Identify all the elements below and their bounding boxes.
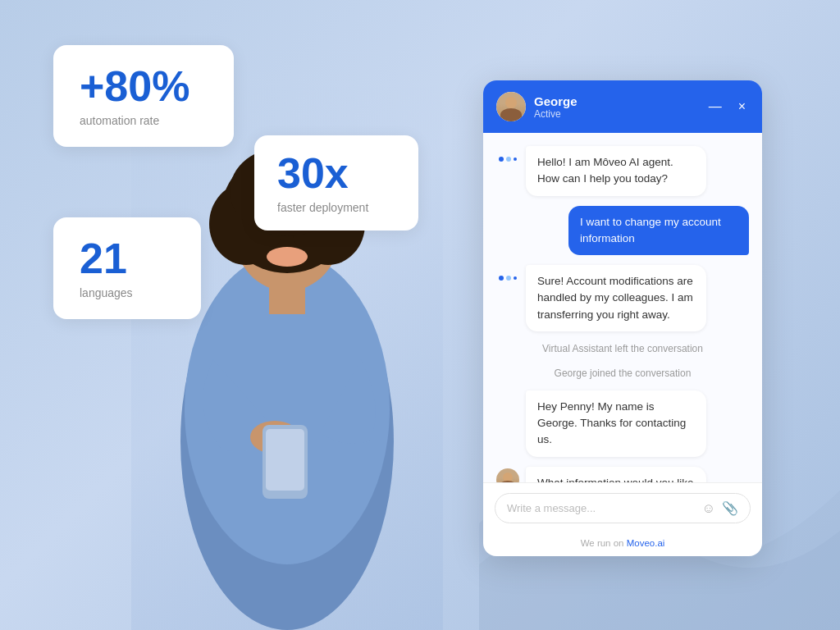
attachment-icon[interactable]: 📎 bbox=[722, 500, 738, 516]
stat-deployment-label: faster deployment bbox=[277, 201, 395, 214]
agent-name: George bbox=[534, 94, 697, 108]
stat-card-automation: +80% automation rate bbox=[53, 45, 234, 147]
minimize-button[interactable]: — bbox=[705, 98, 725, 116]
moveo-link[interactable]: Moveo.ai bbox=[627, 538, 665, 548]
message-input[interactable] bbox=[507, 502, 696, 514]
chat-header: George Active — × bbox=[483, 80, 762, 133]
system-message-2: George joined the conversation bbox=[496, 366, 749, 381]
chat-footer: We run on Moveo.ai bbox=[483, 533, 762, 556]
agent-status: Active bbox=[534, 108, 697, 120]
stat-deployment-number: 30x bbox=[277, 152, 395, 194]
svg-rect-7 bbox=[269, 281, 305, 314]
background: +80% automation rate 30x faster deployme… bbox=[0, 0, 840, 630]
bot-message-2: Sure! Account modifications are handled … bbox=[526, 265, 706, 331]
message-row-user-1: I want to change my account information bbox=[496, 206, 749, 256]
george-message-2: What information would you like to updat… bbox=[526, 467, 706, 483]
system-message-1: Virtual Assistant left the conversation bbox=[496, 341, 749, 356]
stat-automation-label: automation rate bbox=[80, 114, 208, 127]
george-message-1: Hey Penny! My name is George. Thanks for… bbox=[526, 390, 706, 457]
chat-messages: Hello! I am Môveo AI agent. How can I he… bbox=[483, 133, 762, 482]
stat-automation-number: +80% bbox=[80, 65, 208, 107]
message-row-bot-2: Sure! Account modifications are handled … bbox=[496, 265, 749, 331]
svg-point-8 bbox=[267, 247, 308, 267]
chat-input-area: ☺ 📎 bbox=[483, 482, 762, 533]
svg-rect-11 bbox=[266, 429, 304, 491]
emoji-icon[interactable]: ☺ bbox=[702, 501, 715, 516]
george-avatar bbox=[496, 468, 519, 483]
agent-avatar bbox=[496, 92, 526, 121]
stat-languages-number: 21 bbox=[80, 237, 175, 280]
message-row-george-2: What information would you like to updat… bbox=[496, 467, 749, 483]
stat-card-languages: 21 languages bbox=[53, 217, 201, 319]
message-row-george-1: Hey Penny! My name is George. Thanks for… bbox=[496, 390, 749, 457]
bot-message-1: Hello! I am Môveo AI agent. How can I he… bbox=[526, 146, 706, 196]
stat-languages-label: languages bbox=[80, 286, 175, 299]
footer-text: We run on bbox=[581, 538, 627, 548]
message-row-bot-1: Hello! I am Môveo AI agent. How can I he… bbox=[496, 146, 749, 196]
user-message-1: I want to change my account information bbox=[568, 206, 749, 256]
bot-avatar-1 bbox=[496, 148, 519, 171]
close-button[interactable]: × bbox=[735, 98, 749, 116]
agent-info: George Active bbox=[534, 94, 697, 120]
chat-header-actions: — × bbox=[705, 98, 749, 116]
stat-card-deployment: 30x faster deployment bbox=[254, 135, 418, 231]
bot-avatar-2 bbox=[496, 267, 519, 290]
chat-widget: George Active — × Hello! I bbox=[483, 80, 762, 556]
chat-input-row: ☺ 📎 bbox=[495, 493, 751, 523]
